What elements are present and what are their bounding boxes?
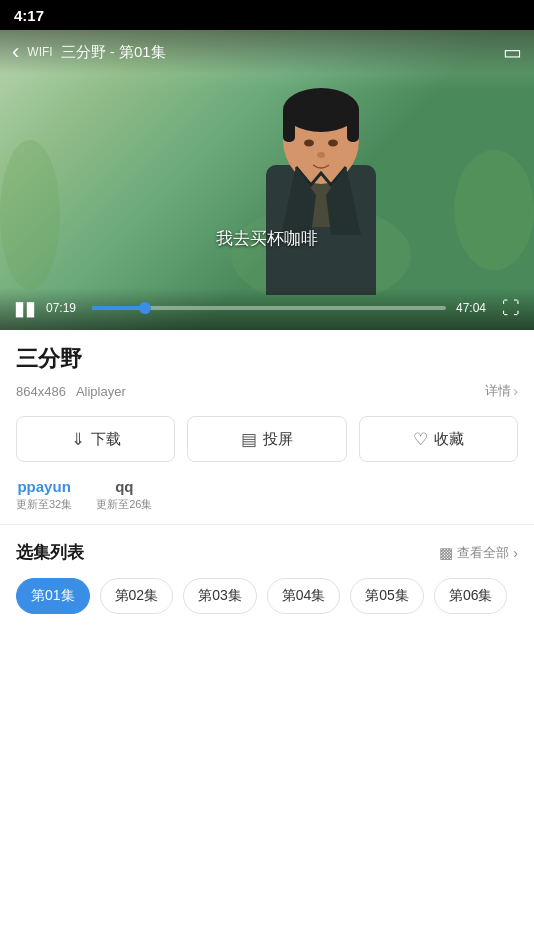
source-tab-qq[interactable]: qq 更新至26集 [96, 478, 152, 512]
episode-grid: 第01集第02集第03集第04集第05集第06集 [16, 578, 518, 614]
download-icon: ⇓ [71, 429, 85, 450]
episode-section: 选集列表 ▩ 查看全部 › 第01集第02集第03集第04集第05集第06集 [0, 525, 534, 614]
progress-fill [92, 306, 145, 310]
video-topbar: ‹ WIFI 三分野 - 第01集 ▭ [0, 30, 534, 74]
episode-pill[interactable]: 第03集 [183, 578, 257, 614]
cast-button[interactable]: ▤ 投屏 [187, 416, 346, 462]
view-all-label: 查看全部 [457, 544, 509, 562]
cast-label: 投屏 [263, 430, 293, 449]
video-person [231, 55, 411, 295]
source-tab-ppayun[interactable]: ppayun 更新至32集 [16, 478, 72, 512]
download-label: 下载 [91, 430, 121, 449]
video-player[interactable]: ‹ WIFI 三分野 - 第01集 ▭ 我去买杯咖啡 ▮▮ 07:19 47:0… [0, 30, 534, 330]
cast-icon[interactable]: ▭ [503, 40, 522, 64]
episode-pill[interactable]: 第05集 [350, 578, 424, 614]
total-time: 47:04 [456, 301, 492, 315]
episode-pill[interactable]: 第04集 [267, 578, 341, 614]
video-controls: ▮▮ 07:19 47:04 ⛶ [0, 288, 534, 330]
chart-icon: ▩ [439, 544, 453, 562]
svg-point-8 [328, 140, 338, 147]
view-all-arrow-icon: › [513, 545, 518, 561]
source-tab-qq-update: 更新至26集 [96, 497, 152, 512]
video-subtitle: 我去买杯咖啡 [0, 227, 534, 250]
cast-icon-btn: ▤ [241, 429, 257, 450]
show-meta: 864x486 Aliplayer 详情 › [16, 382, 518, 400]
back-button[interactable]: ‹ [12, 39, 19, 65]
current-time: 07:19 [46, 301, 82, 315]
show-resolution: 864x486 [16, 384, 66, 399]
source-tabs: ppayun 更新至32集 qq 更新至26集 [0, 462, 534, 525]
action-buttons: ⇓ 下载 ▤ 投屏 ♡ 收藏 [16, 416, 518, 462]
favorite-button[interactable]: ♡ 收藏 [359, 416, 518, 462]
show-meta-left: 864x486 Aliplayer [16, 384, 126, 399]
episode-pill[interactable]: 第01集 [16, 578, 90, 614]
svg-rect-6 [347, 107, 359, 142]
download-button[interactable]: ⇓ 下载 [16, 416, 175, 462]
status-bar: 4:17 [0, 0, 534, 30]
play-pause-button[interactable]: ▮▮ [14, 296, 36, 320]
detail-link[interactable]: 详情 › [485, 382, 518, 400]
favorite-icon: ♡ [413, 429, 428, 450]
svg-point-9 [317, 152, 325, 158]
view-all-button[interactable]: ▩ 查看全部 › [439, 544, 518, 562]
detail-arrow-icon: › [513, 383, 518, 399]
show-player: Aliplayer [76, 384, 126, 399]
progress-bar[interactable] [92, 306, 446, 310]
content-area: 三分野 864x486 Aliplayer 详情 › [0, 330, 534, 400]
source-tab-ppayun-update: 更新至32集 [16, 497, 72, 512]
status-time: 4:17 [14, 7, 44, 24]
fullscreen-button[interactable]: ⛶ [502, 298, 520, 319]
show-title: 三分野 [16, 344, 518, 374]
episode-section-header: 选集列表 ▩ 查看全部 › [16, 541, 518, 564]
detail-label: 详情 [485, 382, 511, 400]
video-title: 三分野 - 第01集 [61, 43, 503, 62]
episode-pill[interactable]: 第06集 [434, 578, 508, 614]
episode-section-title: 选集列表 [16, 541, 84, 564]
source-tab-ppayun-name: ppayun [17, 478, 70, 495]
svg-rect-5 [283, 107, 295, 142]
favorite-label: 收藏 [434, 430, 464, 449]
svg-point-7 [304, 140, 314, 147]
source-tab-qq-name: qq [115, 478, 133, 495]
progress-knob [139, 302, 151, 314]
episode-pill[interactable]: 第02集 [100, 578, 174, 614]
wifi-label: WIFI [27, 45, 52, 59]
